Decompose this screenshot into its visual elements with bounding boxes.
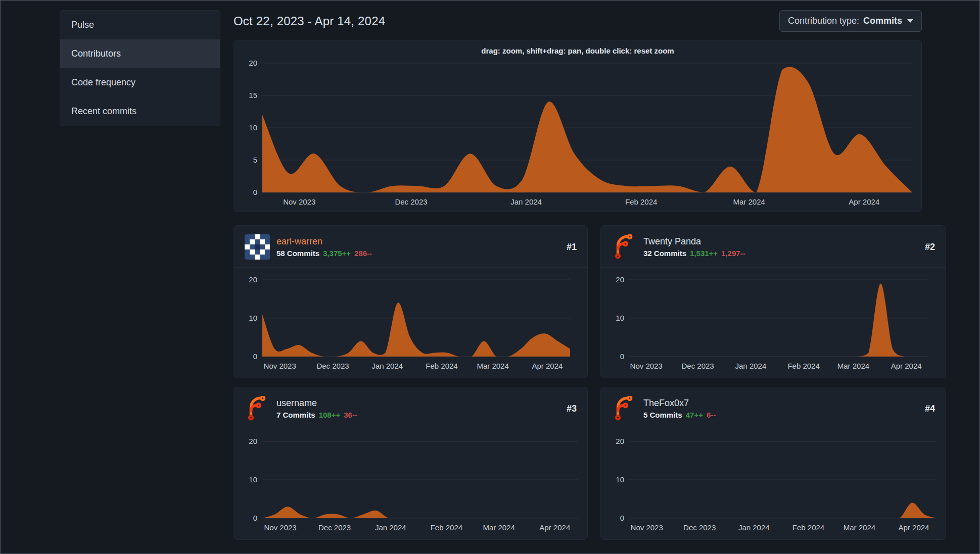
activity-sidebar: Pulse Contributors Code frequency Recent…: [60, 10, 220, 126]
contributor-rank: #1: [567, 242, 577, 253]
contribution-type-button[interactable]: Contribution type: Commits: [779, 10, 922, 32]
contributor-meta: username 7 Commits 108++ 36--: [276, 398, 560, 419]
svg-text:20: 20: [249, 437, 257, 445]
additions-count: 108++: [319, 411, 341, 419]
contributor-rank: #3: [567, 404, 577, 414]
contributor-name-link[interactable]: earl-warren: [276, 236, 560, 247]
svg-text:Mar 2024: Mar 2024: [477, 362, 508, 370]
svg-text:0: 0: [620, 352, 624, 361]
svg-text:Nov 2023: Nov 2023: [264, 362, 296, 370]
contributor-name: TheFox0x7: [643, 398, 918, 409]
additions-count: 1,531++: [690, 249, 718, 258]
deletions-count: 286--: [354, 249, 372, 258]
svg-text:Apr 2024: Apr 2024: [891, 362, 922, 370]
contribution-type-value: Commits: [863, 16, 902, 26]
svg-text:Apr 2024: Apr 2024: [899, 523, 929, 532]
svg-text:Jan 2024: Jan 2024: [510, 197, 542, 206]
svg-text:Feb 2024: Feb 2024: [792, 523, 824, 532]
svg-text:Nov 2023: Nov 2023: [283, 197, 315, 206]
contributor-area-chart[interactable]: 01020Nov 2023Dec 2023Jan 2024Feb 2024Mar…: [605, 434, 950, 535]
svg-text:Dec 2023: Dec 2023: [318, 523, 351, 532]
deletions-count: 1,297--: [721, 249, 745, 258]
svg-text:Nov 2023: Nov 2023: [631, 523, 663, 532]
svg-text:Mar 2024: Mar 2024: [733, 197, 765, 206]
sidebar-item-contributors[interactable]: Contributors: [60, 39, 220, 68]
contributors-grid: earl-warren 58 Commits 3,375++ 286-- #1 …: [234, 225, 922, 540]
contributor-area-chart[interactable]: 01020Nov 2023Dec 2023Jan 2024Feb 2024Mar…: [238, 273, 591, 374]
contributions-area-chart[interactable]: 05101520Nov 2023Dec 2023Jan 2024Feb 2024…: [238, 56, 917, 210]
svg-text:Feb 2024: Feb 2024: [426, 362, 457, 370]
svg-text:Apr 2024: Apr 2024: [532, 362, 563, 370]
svg-text:15: 15: [249, 91, 257, 99]
header-row: Oct 22, 2023 - Apr 14, 2024 Contribution…: [234, 10, 922, 32]
contributor-stats: 7 Commits 108++ 36--: [276, 411, 560, 419]
chevron-down-icon: [907, 19, 913, 23]
contributor-card: TheFox0x7 5 Commits 47++ 6-- #4 01020Nov…: [600, 387, 946, 540]
contributor-meta: Twenty Panda 32 Commits 1,531++ 1,297--: [643, 236, 918, 258]
svg-text:Dec 2023: Dec 2023: [683, 523, 716, 532]
svg-text:Apr 2024: Apr 2024: [539, 523, 570, 532]
svg-text:Feb 2024: Feb 2024: [787, 362, 819, 370]
svg-text:10: 10: [616, 475, 624, 484]
date-range-title: Oct 22, 2023 - Apr 14, 2024: [234, 14, 385, 28]
contributors-page: Pulse Contributors Code frequency Recent…: [1, 1, 979, 540]
additions-count: 47++: [686, 411, 703, 419]
contributor-stats: 5 Commits 47++ 6--: [643, 411, 918, 419]
svg-text:10: 10: [249, 123, 257, 132]
contributors-main: Oct 22, 2023 - Apr 14, 2024 Contribution…: [234, 10, 922, 540]
svg-text:20: 20: [616, 437, 624, 445]
commit-count: 58 Commits: [276, 249, 319, 258]
contributor-rank: #4: [925, 404, 935, 414]
svg-text:20: 20: [616, 275, 624, 284]
contributor-header: TheFox0x7 5 Commits 47++ 6-- #4: [601, 387, 946, 429]
contributor-card: Twenty Panda 32 Commits 1,531++ 1,297-- …: [600, 225, 946, 378]
contributor-card: username 7 Commits 108++ 36-- #3 01020No…: [234, 387, 588, 540]
svg-text:10: 10: [249, 314, 257, 322]
contributor-name: username: [276, 398, 560, 409]
contribution-type-label: Contribution type:: [788, 16, 859, 26]
commit-count: 32 Commits: [643, 249, 686, 258]
chart-zoom-hint: drag: zoom, shift+drag: pan, double clic…: [238, 46, 917, 55]
commit-count: 7 Commits: [276, 411, 315, 419]
sidebar-item-code-frequency[interactable]: Code frequency: [60, 68, 220, 97]
svg-text:Nov 2023: Nov 2023: [630, 362, 663, 370]
forgejo-logo-avatar: [612, 234, 637, 260]
svg-text:Dec 2023: Dec 2023: [316, 362, 349, 370]
svg-text:0: 0: [620, 514, 624, 522]
contributor-card: earl-warren 58 Commits 3,375++ 286-- #1 …: [234, 225, 588, 378]
deletions-count: 6--: [707, 411, 716, 419]
svg-text:Mar 2024: Mar 2024: [837, 362, 869, 370]
svg-text:0: 0: [253, 188, 257, 196]
svg-text:Mar 2024: Mar 2024: [483, 523, 515, 532]
sidebar-item-recent-commits[interactable]: Recent commits: [60, 97, 220, 126]
contributor-stats: 58 Commits 3,375++ 286--: [276, 249, 560, 258]
deletions-count: 36--: [344, 411, 357, 419]
contributor-name: Twenty Panda: [643, 236, 918, 247]
svg-text:20: 20: [249, 59, 257, 67]
contributor-area-chart[interactable]: 01020Nov 2023Dec 2023Jan 2024Feb 2024Mar…: [238, 434, 591, 535]
contributor-stats: 32 Commits 1,531++ 1,297--: [643, 249, 918, 258]
svg-text:10: 10: [249, 475, 257, 484]
svg-text:0: 0: [253, 352, 257, 361]
svg-text:0: 0: [253, 514, 257, 522]
contributor-header: username 7 Commits 108++ 36-- #3: [234, 387, 587, 429]
svg-text:Feb 2024: Feb 2024: [431, 523, 462, 532]
forgejo-logo-avatar: [612, 396, 637, 421]
svg-text:10: 10: [616, 314, 624, 322]
svg-text:Dec 2023: Dec 2023: [395, 197, 427, 206]
contributor-meta: earl-warren 58 Commits 3,375++ 286--: [276, 236, 560, 258]
svg-text:5: 5: [253, 156, 257, 164]
contributor-area-chart[interactable]: 01020Nov 2023Dec 2023Jan 2024Feb 2024Mar…: [605, 273, 950, 374]
contributor-rank: #2: [925, 242, 935, 253]
contributor-header: earl-warren 58 Commits 3,375++ 286-- #1: [234, 226, 587, 268]
sidebar-item-pulse[interactable]: Pulse: [60, 11, 220, 39]
svg-text:Dec 2023: Dec 2023: [681, 362, 714, 370]
additions-count: 3,375++: [323, 249, 351, 258]
svg-text:Apr 2024: Apr 2024: [849, 197, 879, 206]
svg-text:Mar 2024: Mar 2024: [844, 523, 875, 532]
identicon-avatar: [245, 234, 270, 260]
svg-text:Jan 2024: Jan 2024: [738, 523, 770, 532]
overall-contributions-card: drag: zoom, shift+drag: pan, double clic…: [234, 40, 922, 212]
svg-text:Jan 2024: Jan 2024: [375, 523, 406, 532]
svg-text:Nov 2023: Nov 2023: [264, 523, 296, 532]
